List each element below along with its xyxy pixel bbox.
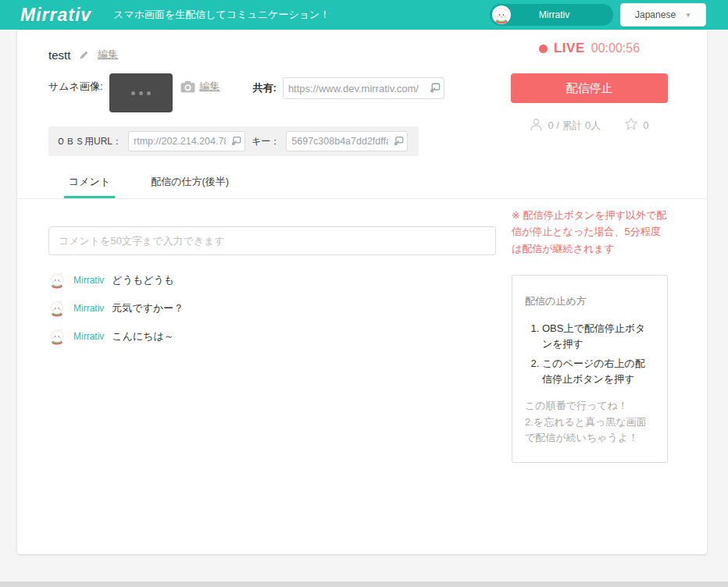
star-icon — [624, 117, 638, 133]
ellipsis-dot — [131, 91, 135, 95]
commenter-avatar — [48, 328, 66, 345]
ellipsis-dot — [147, 91, 151, 95]
comment-input[interactable] — [48, 226, 496, 255]
howto-note-line: 2.を忘れると真っ黒な画面で配信が続いちゃうよ！ — [525, 414, 655, 447]
live-label: LIVE — [554, 41, 585, 56]
user-menu-button[interactable]: Mirrativ — [490, 4, 613, 26]
user-avatar — [492, 5, 511, 24]
live-indicator: LIVE 00:00:56 — [511, 41, 668, 56]
edit-title-link[interactable]: 編集 — [98, 48, 118, 62]
howto-stop-box: 配信の止め方 OBS上で配信停止ボタンを押す このページの右上の配信停止ボタンを… — [512, 275, 668, 463]
bunny-avatar-icon — [48, 272, 66, 289]
stream-key-label: キー： — [252, 135, 280, 148]
tab-comments[interactable]: コメント — [64, 169, 115, 198]
app-header: Mirrativ スマホ画面を生配信してコミュニケーション！ Mirrativ … — [0, 0, 728, 30]
tab-bar: コメント 配信の仕方(後半) — [17, 169, 707, 199]
commenter-name: Mirrativ — [73, 275, 104, 286]
camera-icon[interactable] — [180, 80, 195, 93]
edit-title-pencil-icon[interactable] — [78, 49, 90, 61]
comment-item: Mirrativ 元気ですかー？ — [48, 299, 496, 318]
comment-item: Mirrativ こんにちは～ — [48, 327, 496, 346]
howto-note-line: この順番で行ってね！ — [525, 398, 655, 414]
howto-title: 配信の止め方 — [525, 294, 655, 308]
stream-title: testt — [48, 48, 70, 62]
bunny-avatar-icon — [48, 300, 66, 317]
tab-howto-stream[interactable]: 配信の仕方(後半) — [146, 169, 234, 198]
share-url-input[interactable] — [283, 77, 444, 99]
ellipsis-dot — [139, 91, 143, 95]
howto-step: このページの右上の配信停止ボタンを押す — [542, 356, 655, 387]
copy-icon[interactable] — [393, 136, 404, 147]
comment-item: Mirrativ どうもどうも — [48, 271, 496, 290]
thumbnail-preview[interactable] — [109, 73, 173, 112]
stop-warning-notice: ※ 配信停止ボタンを押す以外で配信が停止となった場合、5分程度は配信が継続されま… — [512, 207, 668, 257]
live-status-column: LIVE 00:00:56 配信停止 0 / 累計 0人 0 — [511, 41, 668, 133]
comment-text: どうもどうも — [112, 273, 174, 287]
viewer-stats: 0 / 累計 0人 0 — [511, 117, 668, 133]
commenter-name: Mirrativ — [73, 331, 104, 342]
copy-icon[interactable] — [429, 83, 441, 94]
broadcast-panel: testt 編集 サムネ画像: 編集 共有: — [17, 30, 707, 554]
viewer-count: 0 / 累計 0人 — [548, 119, 601, 133]
howto-steps: OBS上で配信停止ボタンを押す このページの右上の配信停止ボタンを押す — [542, 321, 655, 387]
thumbnail-label: サムネ画像: — [48, 80, 103, 94]
commenter-avatar — [48, 300, 66, 317]
stream-key-input[interactable] — [286, 131, 408, 151]
commenter-avatar — [48, 272, 66, 289]
live-dot-icon — [539, 44, 548, 53]
share-label: 共有: — [253, 81, 277, 95]
share-group: 共有: — [253, 77, 444, 99]
info-column: ※ 配信停止ボタンを押す以外で配信が停止となった場合、5分程度は配信が継続されま… — [512, 207, 668, 463]
bunny-avatar-icon — [48, 328, 66, 345]
bunny-avatar-icon — [492, 5, 511, 24]
howto-notes: この順番で行ってね！ 2.を忘れると真っ黒な画面で配信が続いちゃうよ！ — [525, 398, 655, 446]
user-name: Mirrativ — [511, 9, 613, 20]
comment-text: こんにちは～ — [112, 329, 174, 343]
language-selector[interactable]: Japanese ▼ — [620, 3, 706, 27]
thumbnail-edit-group: 編集 — [180, 80, 220, 94]
stop-broadcast-button[interactable]: 配信停止 — [511, 73, 668, 103]
obs-settings-bar: ＯＢＳ用URL： キー： — [48, 126, 419, 156]
edit-thumbnail-link[interactable]: 編集 — [200, 80, 220, 94]
live-timer: 00:00:56 — [591, 41, 640, 55]
person-icon — [530, 118, 543, 133]
comment-text: 元気ですかー？ — [112, 301, 184, 315]
copy-icon[interactable] — [230, 136, 241, 147]
commenter-name: Mirrativ — [73, 303, 104, 314]
obs-url-label: ＯＢＳ用URL： — [56, 135, 122, 148]
mirrativ-logo: Mirrativ — [20, 5, 91, 26]
horizontal-scrollbar[interactable] — [0, 582, 728, 587]
chevron-down-icon: ▼ — [685, 12, 691, 19]
howto-step: OBS上で配信停止ボタンを押す — [542, 321, 655, 352]
app-tagline: スマホ画面を生配信してコミュニケーション！ — [113, 8, 330, 22]
comments-column: Mirrativ どうもどうも — [48, 226, 496, 355]
language-selected: Japanese — [635, 9, 676, 20]
obs-url-input[interactable] — [128, 131, 245, 151]
comment-list: Mirrativ どうもどうも — [48, 271, 496, 346]
star-count: 0 — [643, 119, 648, 131]
